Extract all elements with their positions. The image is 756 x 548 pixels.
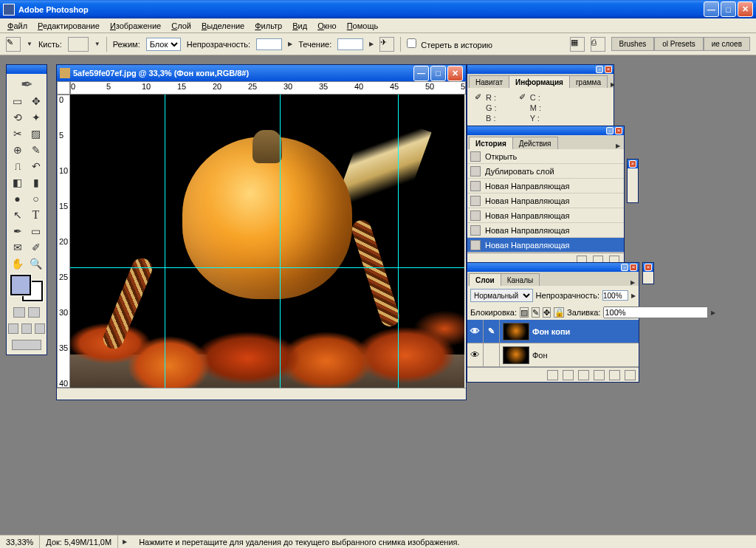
panel-menu-flyout[interactable]: ▶ (627, 279, 639, 286)
move-tool[interactable]: ✥ (27, 93, 45, 109)
history-item[interactable]: Новая Направляющая (467, 223, 624, 238)
hand-tool[interactable]: ✋ (8, 256, 27, 272)
panel-close-icon[interactable]: × (615, 127, 622, 134)
doc-size-field[interactable]: Док: 5,49M/11,0M (40, 535, 118, 548)
guide-vertical[interactable] (165, 95, 165, 388)
notes-tool[interactable]: ✉ (8, 239, 27, 256)
toolbox-titlebar[interactable] (7, 65, 47, 74)
layer-mask-icon[interactable] (563, 370, 574, 380)
history-item[interactable]: Дублировать слой (467, 164, 624, 179)
status-flyout[interactable]: ▶ (118, 538, 131, 545)
panel-menu-flyout[interactable]: ▶ (607, 81, 619, 88)
tab-история[interactable]: История (469, 137, 513, 149)
layer-visibility-icon[interactable]: 👁 (467, 320, 484, 343)
menu-файл[interactable]: Файл (3, 20, 32, 32)
wand-tool[interactable]: ✦ (27, 109, 45, 126)
menu-изображение[interactable]: Изображение (106, 20, 165, 32)
layer-link-icon[interactable]: ✎ (484, 320, 500, 343)
layer-thumbnail[interactable] (503, 323, 529, 340)
path-tool[interactable]: ↖ (8, 207, 27, 223)
collapsed-panel[interactable]: × (627, 159, 639, 203)
type-tool[interactable]: T (27, 207, 45, 223)
history-brush-tool[interactable]: ↶ (27, 158, 45, 174)
ruler-origin[interactable] (57, 81, 70, 95)
tab-информация[interactable]: Информация (509, 75, 570, 88)
print-icon[interactable]: ⎙ (591, 37, 605, 52)
guide-vertical[interactable] (280, 95, 281, 388)
screen-mode-2[interactable] (21, 323, 32, 334)
brush-tool[interactable]: ✎ (27, 142, 45, 158)
layer-visibility-icon[interactable]: 👁 (467, 343, 484, 366)
layer-opacity-input[interactable] (602, 290, 628, 301)
palette-well-tab[interactable]: Brushes (611, 37, 655, 51)
horizontal-ruler[interactable]: 0510152025303540455055 (70, 81, 466, 95)
history-item[interactable]: Открыть (467, 149, 624, 164)
history-item[interactable]: Новая Направляющая (467, 238, 624, 253)
blend-mode-select[interactable]: Нормальный (470, 289, 533, 302)
fill-input[interactable] (603, 306, 708, 318)
brush-preset-picker[interactable] (68, 37, 89, 52)
palette-well-tab[interactable]: ol Presets (654, 37, 703, 51)
history-item[interactable]: Новая Направляющая (467, 208, 624, 223)
opacity-slider-flyout[interactable]: ▶ (631, 292, 636, 299)
adjustment-layer-icon[interactable] (594, 370, 605, 380)
document-titlebar[interactable]: 5afe59fe07ef.jpg @ 33,3% (Фон копи,RGB/8… (57, 65, 466, 81)
opacity-input[interactable] (256, 38, 282, 50)
doc-close-button[interactable]: ✕ (447, 66, 463, 81)
quickmask-mode-icon[interactable] (28, 307, 40, 318)
tab-навигат[interactable]: Навигат (469, 75, 509, 88)
eyedropper-tool[interactable]: ✐ (27, 239, 45, 256)
layer-link-icon[interactable] (484, 343, 500, 366)
gradient-tool[interactable]: ▮ (27, 174, 45, 191)
history-item[interactable]: Новая Направляющая (467, 193, 624, 208)
tool-preset-dropdown[interactable]: ▼ (27, 41, 32, 47)
doc-maximize-button[interactable]: □ (430, 66, 446, 81)
foreground-color[interactable] (10, 275, 31, 295)
panel-minimize-icon[interactable]: - (621, 264, 628, 271)
layer-effects-icon[interactable] (547, 370, 558, 380)
shape-tool[interactable]: ▭ (27, 223, 45, 239)
menu-помощь[interactable]: Помощь (343, 20, 383, 32)
erase-history-checkbox[interactable]: Стереть в историю (407, 38, 492, 49)
menu-слой[interactable]: Слой (167, 20, 196, 32)
stamp-tool[interactable]: ⎍ (8, 158, 27, 174)
healing-tool[interactable]: ⊕ (8, 142, 27, 158)
menu-окно[interactable]: Окно (313, 20, 341, 32)
blur-tool[interactable]: ● (8, 191, 27, 207)
menu-вид[interactable]: Вид (288, 20, 312, 32)
layer-name[interactable]: Фон (532, 351, 548, 360)
panel-minimize-icon[interactable]: - (596, 66, 603, 73)
lock-all-icon[interactable]: 🔒 (554, 307, 564, 318)
collapsed-panel[interactable]: × (642, 262, 654, 284)
flow-input[interactable] (337, 38, 363, 50)
flow-flyout[interactable]: ▶ (369, 41, 374, 47)
guide-horizontal[interactable] (70, 267, 464, 268)
layer-row[interactable]: 👁Фон (467, 343, 639, 367)
zoom-field[interactable]: 33,33% (0, 535, 40, 548)
maximize-button[interactable]: □ (721, 1, 736, 17)
lock-pixels-icon[interactable]: ✎ (532, 307, 540, 318)
menu-редактирование[interactable]: Редактирование (33, 20, 104, 32)
close-button[interactable]: ✕ (738, 1, 753, 17)
guide-vertical[interactable] (398, 95, 399, 388)
vertical-ruler[interactable]: 0510152025303540 (57, 95, 70, 388)
delete-layer-icon[interactable] (625, 370, 636, 380)
menu-фильтр[interactable]: Фильтр (250, 20, 286, 32)
crop-tool[interactable]: ✂ (8, 126, 27, 142)
tool-preset-icon[interactable]: ✎ (6, 37, 21, 52)
menu-выделение[interactable]: Выделение (197, 20, 249, 32)
new-layer-icon[interactable] (609, 370, 620, 380)
jump-to-imageready[interactable] (12, 340, 41, 350)
layer-name[interactable]: Фон копи (532, 327, 570, 336)
history-item[interactable]: Новая Направляющая (467, 179, 624, 193)
standard-mode-icon[interactable] (13, 307, 25, 318)
tab-действия[interactable]: Действия (512, 137, 558, 149)
canvas[interactable] (70, 95, 464, 388)
opacity-flyout[interactable]: ▶ (288, 41, 292, 47)
minimize-button[interactable]: — (704, 1, 719, 17)
file-browser-icon[interactable]: ▦ (570, 37, 585, 52)
lock-position-icon[interactable]: ✥ (543, 307, 551, 318)
fill-slider-flyout[interactable]: ▶ (711, 309, 715, 316)
doc-minimize-button[interactable]: — (413, 66, 429, 81)
eraser-tool[interactable]: ◧ (8, 174, 27, 191)
